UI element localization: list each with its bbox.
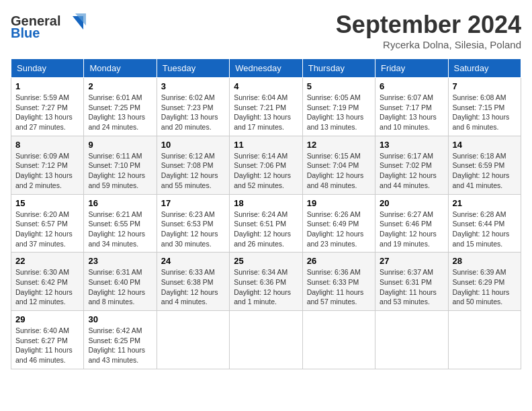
- day-info: Sunrise: 6:39 AM Sunset: 6:29 PM Dayligh…: [453, 267, 517, 307]
- logo: General Blue: [11, 11, 91, 44]
- day-info: Sunrise: 6:17 AM Sunset: 7:02 PM Dayligh…: [380, 151, 443, 191]
- day-number: 21: [453, 198, 517, 208]
- calendar-day-14: 14Sunrise: 6:18 AM Sunset: 6:59 PM Dayli…: [448, 136, 521, 194]
- day-number: 3: [161, 81, 225, 91]
- calendar-day-27: 27Sunrise: 6:37 AM Sunset: 6:31 PM Dayli…: [375, 253, 448, 311]
- calendar-day-28: 28Sunrise: 6:39 AM Sunset: 6:29 PM Dayli…: [448, 253, 521, 311]
- empty-cell: [302, 311, 375, 369]
- calendar-week-5: 29Sunrise: 6:40 AM Sunset: 6:27 PM Dayli…: [11, 311, 521, 369]
- calendar-day-7: 7Sunrise: 6:08 AM Sunset: 7:15 PM Daylig…: [448, 78, 521, 136]
- day-number: 10: [161, 140, 225, 150]
- calendar-day-20: 20Sunrise: 6:27 AM Sunset: 6:46 PM Dayli…: [375, 194, 448, 253]
- day-info: Sunrise: 6:36 AM Sunset: 6:33 PM Dayligh…: [307, 267, 371, 307]
- calendar-day-24: 24Sunrise: 6:33 AM Sunset: 6:38 PM Dayli…: [157, 253, 229, 311]
- day-number: 15: [15, 198, 79, 208]
- calendar-day-25: 25Sunrise: 6:34 AM Sunset: 6:36 PM Dayli…: [230, 253, 302, 311]
- day-info: Sunrise: 6:37 AM Sunset: 6:31 PM Dayligh…: [380, 267, 443, 307]
- title-block: September 2024 Rycerka Dolna, Silesia, P…: [336, 11, 521, 50]
- weekday-monday: Monday: [84, 59, 157, 78]
- calendar-day-19: 19Sunrise: 6:26 AM Sunset: 6:49 PM Dayli…: [302, 194, 375, 253]
- day-info: Sunrise: 6:24 AM Sunset: 6:51 PM Dayligh…: [234, 210, 298, 249]
- day-number: 1: [15, 81, 79, 91]
- calendar-day-5: 5Sunrise: 6:05 AM Sunset: 7:19 PM Daylig…: [302, 78, 375, 136]
- empty-cell: [448, 311, 521, 369]
- day-info: Sunrise: 6:21 AM Sunset: 6:55 PM Dayligh…: [88, 210, 152, 249]
- day-info: Sunrise: 6:33 AM Sunset: 6:38 PM Dayligh…: [161, 267, 225, 307]
- day-number: 26: [307, 256, 371, 266]
- day-number: 9: [88, 140, 152, 150]
- calendar-day-17: 17Sunrise: 6:23 AM Sunset: 6:53 PM Dayli…: [157, 194, 229, 253]
- day-number: 16: [88, 198, 152, 208]
- weekday-saturday: Saturday: [448, 59, 521, 78]
- calendar-day-6: 6Sunrise: 6:07 AM Sunset: 7:17 PM Daylig…: [375, 78, 448, 136]
- calendar-day-30: 30Sunrise: 6:42 AM Sunset: 6:25 PM Dayli…: [84, 311, 157, 369]
- day-info: Sunrise: 6:28 AM Sunset: 6:44 PM Dayligh…: [453, 210, 517, 249]
- day-number: 19: [307, 198, 371, 208]
- day-number: 23: [88, 256, 152, 266]
- calendar-day-15: 15Sunrise: 6:20 AM Sunset: 6:57 PM Dayli…: [11, 194, 84, 253]
- calendar-day-9: 9Sunrise: 6:11 AM Sunset: 7:10 PM Daylig…: [84, 136, 157, 194]
- calendar-day-22: 22Sunrise: 6:30 AM Sunset: 6:42 PM Dayli…: [11, 253, 84, 311]
- day-number: 25: [234, 256, 298, 266]
- day-number: 2: [88, 81, 152, 91]
- calendar-day-11: 11Sunrise: 6:14 AM Sunset: 7:06 PM Dayli…: [230, 136, 302, 194]
- day-number: 28: [453, 256, 517, 266]
- month-title: September 2024: [336, 11, 521, 39]
- day-number: 8: [15, 140, 79, 150]
- day-info: Sunrise: 6:08 AM Sunset: 7:15 PM Dayligh…: [453, 93, 517, 132]
- day-info: Sunrise: 6:27 AM Sunset: 6:46 PM Dayligh…: [380, 210, 443, 249]
- day-number: 12: [307, 140, 371, 150]
- calendar-day-13: 13Sunrise: 6:17 AM Sunset: 7:02 PM Dayli…: [375, 136, 448, 194]
- day-number: 4: [234, 81, 298, 91]
- day-info: Sunrise: 6:12 AM Sunset: 7:08 PM Dayligh…: [161, 151, 225, 191]
- empty-cell: [375, 311, 448, 369]
- calendar-day-16: 16Sunrise: 6:21 AM Sunset: 6:55 PM Dayli…: [84, 194, 157, 253]
- day-number: 22: [15, 256, 79, 266]
- day-info: Sunrise: 6:15 AM Sunset: 7:04 PM Dayligh…: [307, 151, 371, 191]
- day-number: 27: [380, 256, 443, 266]
- weekday-sunday: Sunday: [11, 59, 84, 78]
- empty-cell: [157, 311, 229, 369]
- day-number: 13: [380, 140, 443, 150]
- day-info: Sunrise: 5:59 AM Sunset: 7:27 PM Dayligh…: [15, 93, 79, 132]
- location: Rycerka Dolna, Silesia, Poland: [336, 39, 521, 50]
- day-info: Sunrise: 6:26 AM Sunset: 6:49 PM Dayligh…: [307, 210, 371, 249]
- calendar-week-3: 15Sunrise: 6:20 AM Sunset: 6:57 PM Dayli…: [11, 194, 521, 253]
- calendar-day-2: 2Sunrise: 6:01 AM Sunset: 7:25 PM Daylig…: [84, 78, 157, 136]
- day-info: Sunrise: 6:04 AM Sunset: 7:21 PM Dayligh…: [234, 93, 298, 132]
- calendar-day-4: 4Sunrise: 6:04 AM Sunset: 7:21 PM Daylig…: [230, 78, 302, 136]
- day-info: Sunrise: 6:23 AM Sunset: 6:53 PM Dayligh…: [161, 210, 225, 249]
- weekday-header-row: SundayMondayTuesdayWednesdayThursdayFrid…: [11, 59, 521, 78]
- day-info: Sunrise: 6:40 AM Sunset: 6:27 PM Dayligh…: [15, 326, 79, 365]
- day-number: 7: [453, 81, 517, 91]
- calendar-day-12: 12Sunrise: 6:15 AM Sunset: 7:04 PM Dayli…: [302, 136, 375, 194]
- calendar-week-1: 1Sunrise: 5:59 AM Sunset: 7:27 PM Daylig…: [11, 78, 521, 136]
- day-info: Sunrise: 6:07 AM Sunset: 7:17 PM Dayligh…: [380, 93, 443, 132]
- day-number: 18: [234, 198, 298, 208]
- calendar-table: SundayMondayTuesdayWednesdayThursdayFrid…: [11, 58, 521, 369]
- calendar-day-26: 26Sunrise: 6:36 AM Sunset: 6:33 PM Dayli…: [302, 253, 375, 311]
- day-info: Sunrise: 6:30 AM Sunset: 6:42 PM Dayligh…: [15, 267, 79, 307]
- day-info: Sunrise: 6:11 AM Sunset: 7:10 PM Dayligh…: [88, 151, 152, 191]
- calendar-day-8: 8Sunrise: 6:09 AM Sunset: 7:12 PM Daylig…: [11, 136, 84, 194]
- weekday-wednesday: Wednesday: [230, 59, 302, 78]
- day-number: 11: [234, 140, 298, 150]
- calendar-day-18: 18Sunrise: 6:24 AM Sunset: 6:51 PM Dayli…: [230, 194, 302, 253]
- day-info: Sunrise: 6:14 AM Sunset: 7:06 PM Dayligh…: [234, 151, 298, 191]
- day-info: Sunrise: 6:02 AM Sunset: 7:23 PM Dayligh…: [161, 93, 225, 132]
- empty-cell: [230, 311, 302, 369]
- day-number: 17: [161, 198, 225, 208]
- svg-text:Blue: Blue: [11, 26, 40, 40]
- calendar-day-23: 23Sunrise: 6:31 AM Sunset: 6:40 PM Dayli…: [84, 253, 157, 311]
- day-number: 5: [307, 81, 371, 91]
- calendar-body: 1Sunrise: 5:59 AM Sunset: 7:27 PM Daylig…: [11, 78, 521, 369]
- calendar-day-10: 10Sunrise: 6:12 AM Sunset: 7:08 PM Dayli…: [157, 136, 229, 194]
- calendar-day-1: 1Sunrise: 5:59 AM Sunset: 7:27 PM Daylig…: [11, 78, 84, 136]
- day-number: 6: [380, 81, 443, 91]
- day-info: Sunrise: 6:01 AM Sunset: 7:25 PM Dayligh…: [88, 93, 152, 132]
- calendar-week-2: 8Sunrise: 6:09 AM Sunset: 7:12 PM Daylig…: [11, 136, 521, 194]
- weekday-tuesday: Tuesday: [157, 59, 229, 78]
- day-info: Sunrise: 6:20 AM Sunset: 6:57 PM Dayligh…: [15, 210, 79, 249]
- day-info: Sunrise: 6:34 AM Sunset: 6:36 PM Dayligh…: [234, 267, 298, 307]
- weekday-thursday: Thursday: [302, 59, 375, 78]
